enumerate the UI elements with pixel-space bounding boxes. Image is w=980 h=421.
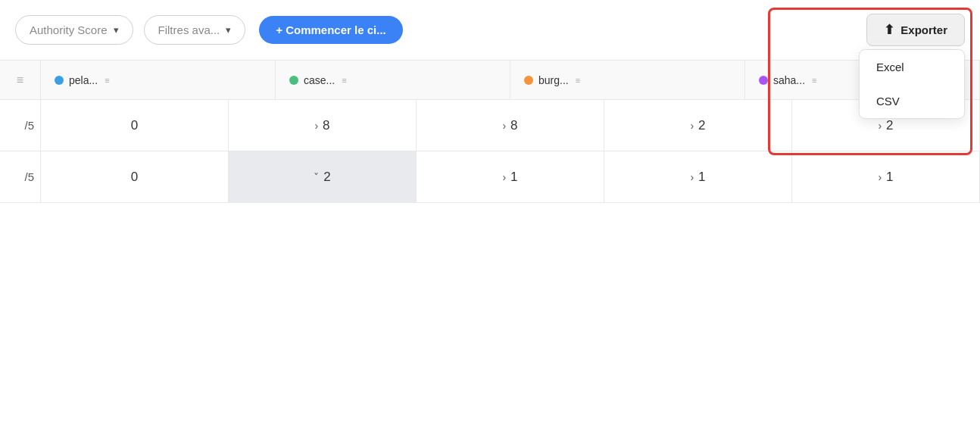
row1-cell-0: 0 — [41, 100, 229, 151]
table-area: ≡ pela... ≡ case... ≡ burg... ≡ saha... … — [0, 61, 980, 203]
filtres-label: Filtres ava... — [158, 23, 220, 36]
toolbar: Authority Score ▾ Filtres ava... ▾ + Com… — [0, 0, 980, 61]
row1-first-cell: /5 — [0, 100, 41, 151]
arrow-right-icon: › — [878, 120, 882, 132]
row2-cell-0: 0 — [41, 151, 229, 202]
arrow-right-icon: › — [690, 120, 694, 132]
arrow-right-icon: › — [878, 171, 882, 183]
export-dropdown-menu: Excel CSV — [859, 49, 965, 119]
col-header-pela: pela... ≡ — [41, 61, 276, 99]
arrow-right-icon: › — [314, 120, 318, 132]
row1-cell-3: › 2 — [604, 100, 792, 151]
case-filter-icon: ≡ — [342, 76, 346, 85]
row2-cell-1: ˅ 2 — [229, 151, 417, 202]
first-col-header: ≡ — [0, 61, 41, 99]
table-row: /5 0 › 8 › 8 › 2 › 2 — [0, 100, 980, 151]
col-saha-label: saha... — [773, 74, 805, 86]
arrow-right-icon: › — [502, 120, 506, 132]
arrow-right-icon: › — [502, 171, 506, 183]
row1-cell-1: › 8 — [229, 100, 417, 151]
advanced-filters-button[interactable]: Filtres ava... ▾ — [144, 15, 246, 45]
chevron-down-icon: ▾ — [226, 24, 231, 36]
row1-cell-2: › 8 — [417, 100, 604, 151]
saha-dot — [759, 76, 768, 85]
col-case-label: case... — [304, 74, 335, 86]
row2-cell-3: › 1 — [604, 151, 792, 202]
case-dot — [289, 76, 298, 85]
table-row: /5 0 ˅ 2 › 1 › 1 › 1 — [0, 151, 980, 203]
col-header-burg: burg... ≡ — [510, 61, 745, 99]
row2-first-cell: /5 — [0, 151, 41, 202]
saha-filter-icon: ≡ — [812, 76, 816, 85]
authority-score-filter[interactable]: Authority Score ▾ — [15, 15, 133, 45]
row2-cell-4: › 1 — [792, 151, 980, 202]
export-label: Exporter — [900, 23, 947, 36]
pela-filter-icon: ≡ — [105, 76, 109, 85]
arrow-right-icon: › — [690, 171, 694, 183]
export-csv-item[interactable]: CSV — [860, 84, 964, 118]
chevron-down-icon: ▾ — [114, 24, 119, 36]
col-pela-label: pela... — [69, 74, 98, 86]
col-header-case: case... ≡ — [276, 61, 510, 99]
arrow-down-icon: ˅ — [314, 171, 319, 183]
filter-icon: ≡ — [17, 73, 23, 87]
column-headers: ≡ pela... ≡ case... ≡ burg... ≡ saha... … — [0, 61, 980, 100]
export-button[interactable]: ⬆ Exporter — [866, 14, 965, 46]
export-dropdown-wrapper: ⬆ Exporter Excel CSV — [866, 14, 965, 46]
authority-score-label: Authority Score — [30, 23, 108, 36]
export-excel-item[interactable]: Excel — [860, 50, 964, 84]
burg-filter-icon: ≡ — [576, 76, 580, 85]
burg-dot — [524, 76, 533, 85]
start-button[interactable]: + Commencer le ci... — [259, 16, 402, 44]
start-label: + Commencer le ci... — [276, 23, 385, 36]
upload-icon: ⬆ — [884, 22, 894, 38]
pela-dot — [55, 76, 64, 85]
row2-cell-2: › 1 — [417, 151, 604, 202]
col-burg-label: burg... — [538, 74, 569, 86]
